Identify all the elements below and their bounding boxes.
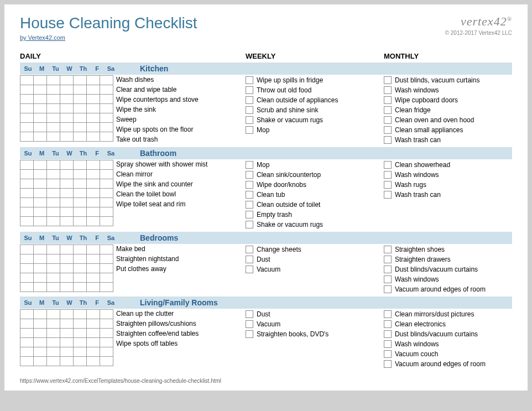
grid-cell[interactable] <box>86 85 100 95</box>
grid-cell[interactable] <box>20 103 34 113</box>
grid-cell[interactable] <box>73 132 87 142</box>
grid-cell[interactable] <box>86 132 100 142</box>
grid-cell[interactable] <box>86 356 100 366</box>
grid-cell[interactable] <box>33 216 47 226</box>
grid-cell[interactable] <box>60 309 74 319</box>
byline-link[interactable]: by Vertex42.com <box>20 34 65 41</box>
grid-cell[interactable] <box>60 254 74 264</box>
grid-cell[interactable] <box>20 254 34 264</box>
checkbox[interactable] <box>384 256 392 263</box>
grid-cell[interactable] <box>86 319 100 329</box>
grid-cell[interactable] <box>73 337 87 347</box>
grid-cell[interactable] <box>86 282 100 292</box>
grid-cell[interactable] <box>46 75 60 85</box>
checkbox[interactable] <box>384 320 392 328</box>
grid-cell[interactable] <box>73 85 87 95</box>
grid-cell[interactable] <box>86 179 100 189</box>
checkbox[interactable] <box>384 360 392 368</box>
grid-cell[interactable] <box>60 113 74 123</box>
grid-cell[interactable] <box>33 254 47 264</box>
grid-cell[interactable] <box>100 216 113 226</box>
grid-cell[interactable] <box>60 244 74 254</box>
grid-cell[interactable] <box>20 132 34 142</box>
grid-cell[interactable] <box>46 160 60 170</box>
grid-cell[interactable] <box>60 188 74 198</box>
grid-cell[interactable] <box>33 319 47 329</box>
grid-cell[interactable] <box>86 273 100 283</box>
grid-cell[interactable] <box>20 207 34 217</box>
grid-cell[interactable] <box>20 263 34 273</box>
grid-cell[interactable] <box>33 282 47 292</box>
grid-cell[interactable] <box>33 197 47 207</box>
checkbox[interactable] <box>246 201 253 209</box>
grid-cell[interactable] <box>73 319 87 329</box>
grid-cell[interactable] <box>100 132 113 142</box>
grid-cell[interactable] <box>20 337 34 347</box>
checkbox[interactable] <box>246 126 253 134</box>
checkbox[interactable] <box>384 126 392 134</box>
grid-cell[interactable] <box>33 179 47 189</box>
grid-cell[interactable] <box>46 179 60 189</box>
grid-cell[interactable] <box>20 328 34 338</box>
grid-cell[interactable] <box>86 188 100 198</box>
grid-cell[interactable] <box>73 356 87 366</box>
grid-cell[interactable] <box>46 309 60 319</box>
grid-cell[interactable] <box>33 103 47 113</box>
grid-cell[interactable] <box>73 263 87 273</box>
grid-cell[interactable] <box>60 85 74 95</box>
grid-cell[interactable] <box>73 328 87 338</box>
grid-cell[interactable] <box>60 273 74 283</box>
grid-cell[interactable] <box>46 328 60 338</box>
grid-cell[interactable] <box>86 122 100 132</box>
grid-cell[interactable] <box>86 207 100 217</box>
checkbox[interactable] <box>384 106 392 114</box>
grid-cell[interactable] <box>46 85 60 95</box>
grid-cell[interactable] <box>33 207 47 217</box>
grid-cell[interactable] <box>46 207 60 217</box>
grid-cell[interactable] <box>73 169 87 179</box>
grid-cell[interactable] <box>86 75 100 85</box>
grid-cell[interactable] <box>100 207 113 217</box>
checkbox[interactable] <box>384 171 392 179</box>
grid-cell[interactable] <box>46 188 60 198</box>
grid-cell[interactable] <box>100 356 113 366</box>
grid-cell[interactable] <box>60 356 74 366</box>
grid-cell[interactable] <box>60 169 74 179</box>
checkbox[interactable] <box>384 266 392 273</box>
grid-cell[interactable] <box>73 94 87 104</box>
grid-cell[interactable] <box>20 75 34 85</box>
grid-cell[interactable] <box>46 132 60 142</box>
checkbox[interactable] <box>246 76 253 84</box>
grid-cell[interactable] <box>33 244 47 254</box>
grid-cell[interactable] <box>60 103 74 113</box>
grid-cell[interactable] <box>100 273 113 283</box>
checkbox[interactable] <box>384 116 392 124</box>
grid-cell[interactable] <box>100 254 113 264</box>
checkbox[interactable] <box>246 266 253 273</box>
checkbox[interactable] <box>384 181 392 189</box>
grid-cell[interactable] <box>60 122 74 132</box>
grid-cell[interactable] <box>46 254 60 264</box>
checkbox[interactable] <box>384 161 392 169</box>
checkbox[interactable] <box>246 116 253 124</box>
checkbox[interactable] <box>384 340 392 348</box>
grid-cell[interactable] <box>100 282 113 292</box>
grid-cell[interactable] <box>20 347 34 357</box>
checkbox[interactable] <box>246 86 253 94</box>
grid-cell[interactable] <box>86 309 100 319</box>
grid-cell[interactable] <box>100 244 113 254</box>
grid-cell[interactable] <box>100 113 113 123</box>
checkbox[interactable] <box>384 76 392 84</box>
grid-cell[interactable] <box>46 103 60 113</box>
grid-cell[interactable] <box>33 309 47 319</box>
grid-cell[interactable] <box>46 337 60 347</box>
grid-cell[interactable] <box>86 216 100 226</box>
grid-cell[interactable] <box>86 244 100 254</box>
grid-cell[interactable] <box>100 263 113 273</box>
checkbox[interactable] <box>246 96 253 104</box>
grid-cell[interactable] <box>46 282 60 292</box>
grid-cell[interactable] <box>33 169 47 179</box>
grid-cell[interactable] <box>20 273 34 283</box>
grid-cell[interactable] <box>60 216 74 226</box>
grid-cell[interactable] <box>100 122 113 132</box>
